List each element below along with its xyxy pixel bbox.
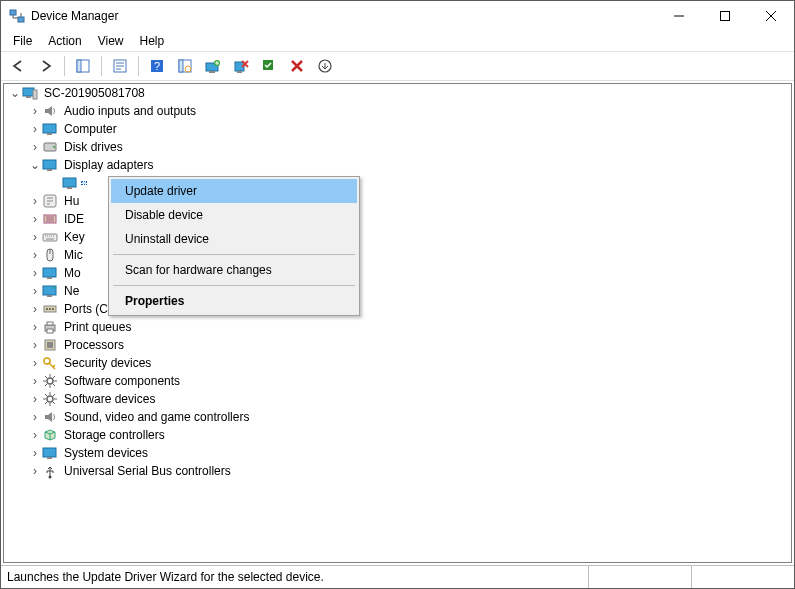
update-driver-button[interactable] (200, 53, 226, 79)
printer-icon (42, 319, 58, 335)
svg-text:?: ? (154, 60, 160, 72)
tree-node-cat14[interactable]: ›Software components (4, 372, 791, 390)
svg-rect-43 (47, 329, 53, 333)
window-title: Device Manager (31, 9, 118, 23)
close-button[interactable] (748, 1, 794, 31)
mouse-icon (42, 247, 58, 263)
svg-rect-49 (43, 448, 56, 457)
ctx-properties[interactable]: Properties (111, 289, 357, 313)
enable-device-button[interactable] (312, 53, 338, 79)
menu-file[interactable]: File (5, 32, 40, 50)
chevron-right-icon[interactable]: › (28, 122, 42, 136)
tree-node-cat2[interactable]: ›Disk drives (4, 138, 791, 156)
status-cell-3 (692, 566, 794, 588)
delete-button[interactable] (284, 53, 310, 79)
chevron-right-icon[interactable]: › (28, 194, 42, 208)
toolbar: ? (1, 51, 794, 81)
monitor-icon (42, 265, 58, 281)
chevron-right-icon[interactable]: › (28, 356, 42, 370)
ctx-scan-hardware[interactable]: Scan for hardware changes (111, 258, 357, 282)
tree-node-label: Display adapters (62, 157, 155, 173)
device-tree[interactable]: ⌄SC-201905081708›Audio inputs and output… (3, 83, 792, 563)
tree-node-cat1[interactable]: ›Computer (4, 120, 791, 138)
tree-node-label (82, 182, 86, 184)
chevron-right-icon[interactable]: › (28, 428, 42, 442)
chevron-down-icon[interactable]: ⌄ (8, 86, 22, 100)
key-icon (42, 355, 58, 371)
ctx-disable-device[interactable]: Disable device (111, 203, 357, 227)
tree-node-label: System devices (62, 445, 150, 461)
titlebar: Device Manager (1, 1, 794, 31)
chevron-right-icon[interactable]: › (28, 248, 42, 262)
tree-node-label: Print queues (62, 319, 133, 335)
monitor-icon (42, 157, 58, 173)
svg-rect-20 (33, 90, 37, 99)
menu-view[interactable]: View (90, 32, 132, 50)
svg-point-51 (49, 476, 52, 479)
ctx-uninstall-device[interactable]: Uninstall device (111, 227, 357, 251)
port-icon (42, 301, 58, 317)
tree-node-label: Ne (62, 283, 81, 299)
tree-node-cat13[interactable]: ›Security devices (4, 354, 791, 372)
tree-node-cat0[interactable]: ›Audio inputs and outputs (4, 102, 791, 120)
monitor-icon (42, 445, 58, 461)
chevron-right-icon[interactable]: › (28, 446, 42, 460)
monitor-icon (62, 175, 78, 191)
svg-rect-50 (47, 457, 52, 459)
speaker-icon (42, 409, 58, 425)
tree-node-cat16[interactable]: ›Sound, video and game controllers (4, 408, 791, 426)
tree-node-cat3[interactable]: ⌄Display adapters (4, 156, 791, 174)
tree-node-label: Audio inputs and outputs (62, 103, 198, 119)
tree-node-label: Sound, video and game controllers (62, 409, 251, 425)
svg-rect-27 (63, 178, 76, 187)
tree-node-cat11[interactable]: ›Print queues (4, 318, 791, 336)
chevron-right-icon[interactable]: › (28, 284, 42, 298)
chevron-right-icon[interactable]: › (28, 212, 42, 226)
svg-rect-18 (23, 88, 34, 96)
svg-point-40 (52, 308, 54, 310)
tree-node-cat12[interactable]: ›Processors (4, 336, 791, 354)
tree-node-cat17[interactable]: ›Storage controllers (4, 426, 791, 444)
statusbar: Launches the Update Driver Wizard for th… (1, 565, 794, 588)
tree-node-root[interactable]: ⌄SC-201905081708 (4, 84, 791, 102)
ctx-update-driver[interactable]: Update driver (111, 179, 357, 203)
chevron-right-icon[interactable]: › (28, 320, 42, 334)
maximize-button[interactable] (702, 1, 748, 31)
minimize-button[interactable] (656, 1, 702, 31)
svg-rect-9 (179, 60, 183, 72)
chevron-right-icon[interactable]: › (28, 338, 42, 352)
chevron-right-icon[interactable]: › (28, 266, 42, 280)
chevron-right-icon[interactable]: › (28, 140, 42, 154)
tree-node-cat15[interactable]: ›Software devices (4, 390, 791, 408)
tree-node-label: Security devices (62, 355, 153, 371)
status-text: Launches the Update Driver Wizard for th… (1, 566, 589, 588)
scan-hardware-button[interactable] (172, 53, 198, 79)
menu-help[interactable]: Help (132, 32, 173, 50)
forward-button[interactable] (33, 53, 59, 79)
storage-icon (42, 427, 58, 443)
tree-node-cat19[interactable]: ›Universal Serial Bus controllers (4, 462, 791, 480)
help-button[interactable]: ? (144, 53, 170, 79)
svg-rect-34 (47, 277, 52, 279)
tree-node-cat18[interactable]: ›System devices (4, 444, 791, 462)
chevron-right-icon[interactable]: › (28, 374, 42, 388)
chevron-right-icon[interactable]: › (28, 302, 42, 316)
tree-node-label: Mo (62, 265, 83, 281)
chevron-right-icon[interactable]: › (28, 464, 42, 478)
menu-action[interactable]: Action (40, 32, 89, 50)
uninstall-device-button[interactable] (228, 53, 254, 79)
chevron-right-icon[interactable]: › (28, 230, 42, 244)
chevron-right-icon[interactable]: › (28, 104, 42, 118)
chevron-right-icon[interactable]: › (28, 392, 42, 406)
disable-device-button[interactable] (256, 53, 282, 79)
chevron-right-icon[interactable]: › (28, 410, 42, 424)
properties-button[interactable] (107, 53, 133, 79)
svg-rect-4 (77, 60, 81, 72)
show-hide-tree-button[interactable] (70, 53, 96, 79)
monitor-icon (42, 121, 58, 137)
chevron-down-icon[interactable]: ⌄ (28, 158, 42, 172)
tree-node-label: Computer (62, 121, 119, 137)
app-icon (9, 8, 25, 24)
svg-point-38 (46, 308, 48, 310)
back-button[interactable] (5, 53, 31, 79)
